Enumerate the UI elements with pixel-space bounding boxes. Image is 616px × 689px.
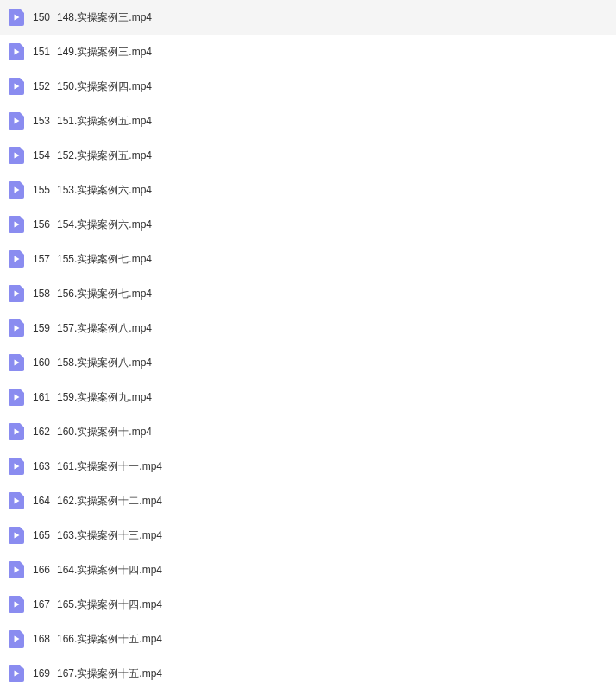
video-file-icon [9, 216, 24, 233]
file-row[interactable]: 169167.实操案例十五.mp4 [0, 656, 616, 689]
file-name: 162.实操案例十二.mp4 [57, 494, 162, 509]
file-row[interactable]: 160158.实操案例八.mp4 [0, 345, 616, 380]
file-index: 156 [33, 218, 53, 231]
file-row[interactable]: 156154.实操案例六.mp4 [0, 207, 616, 242]
file-row[interactable]: 154152.实操案例五.mp4 [0, 138, 616, 173]
file-row[interactable]: 162160.实操案例十.mp4 [0, 414, 616, 449]
file-name: 155.实操案例七.mp4 [57, 252, 152, 267]
video-file-icon [9, 561, 24, 578]
file-row[interactable]: 157155.实操案例七.mp4 [0, 242, 616, 276]
file-index: 159 [33, 322, 53, 334]
file-index: 150 [33, 11, 53, 23]
video-file-icon [9, 596, 24, 613]
file-name: 157.实操案例八.mp4 [57, 321, 152, 336]
file-index: 157 [33, 253, 53, 265]
file-name: 148.实操案例三.mp4 [57, 10, 152, 25]
file-index: 167 [33, 598, 53, 610]
video-file-icon [9, 285, 24, 302]
file-row[interactable]: 168166.实操案例十五.mp4 [0, 622, 616, 656]
file-name: 154.实操案例六.mp4 [57, 218, 152, 232]
file-row[interactable]: 151149.实操案例三.mp4 [0, 35, 616, 69]
file-index: 153 [33, 115, 53, 127]
file-index: 154 [33, 149, 53, 161]
video-file-icon [9, 181, 24, 199]
file-index: 163 [33, 460, 53, 472]
video-file-icon [9, 250, 24, 268]
video-file-icon [9, 354, 24, 371]
file-name: 167.实操案例十五.mp4 [57, 667, 162, 681]
file-name: 159.实操案例九.mp4 [57, 390, 152, 405]
file-row[interactable]: 161159.实操案例九.mp4 [0, 380, 616, 414]
video-file-icon [9, 9, 24, 26]
file-index: 160 [33, 357, 53, 369]
file-name: 151.实操案例五.mp4 [57, 114, 152, 129]
file-name: 165.实操案例十四.mp4 [57, 597, 162, 612]
file-row[interactable]: 150148.实操案例三.mp4 [0, 0, 616, 35]
file-name: 164.实操案例十四.mp4 [57, 563, 162, 578]
file-index: 164 [33, 495, 53, 507]
file-name: 152.实操案例五.mp4 [57, 149, 152, 163]
video-file-icon [9, 458, 24, 475]
video-file-icon [9, 112, 24, 130]
file-row[interactable]: 153151.实操案例五.mp4 [0, 104, 616, 138]
video-file-icon [9, 423, 24, 440]
file-row[interactable]: 152150.实操案例四.mp4 [0, 69, 616, 104]
video-file-icon [9, 147, 24, 164]
video-file-icon [9, 527, 24, 544]
file-name: 158.实操案例八.mp4 [57, 356, 152, 370]
file-index: 169 [33, 667, 53, 680]
video-file-icon [9, 43, 24, 60]
file-index: 151 [33, 46, 53, 58]
file-index: 161 [33, 391, 53, 403]
file-name: 153.实操案例六.mp4 [57, 183, 152, 198]
file-row[interactable]: 164162.实操案例十二.mp4 [0, 484, 616, 518]
file-index: 162 [33, 426, 53, 438]
video-file-icon [9, 319, 24, 337]
file-row[interactable]: 166164.实操案例十四.mp4 [0, 553, 616, 587]
file-name: 163.实操案例十三.mp4 [57, 528, 162, 543]
video-file-icon [9, 665, 24, 682]
file-name: 150.实操案例四.mp4 [57, 79, 152, 94]
file-index: 168 [33, 633, 53, 645]
video-file-icon [9, 389, 24, 406]
file-index: 155 [33, 184, 53, 196]
file-row[interactable]: 167165.实操案例十四.mp4 [0, 587, 616, 622]
file-row[interactable]: 159157.实操案例八.mp4 [0, 311, 616, 345]
file-row[interactable]: 165163.实操案例十三.mp4 [0, 518, 616, 553]
video-file-icon [9, 78, 24, 95]
file-name: 166.实操案例十五.mp4 [57, 632, 162, 647]
file-index: 158 [33, 288, 53, 300]
video-file-icon [9, 492, 24, 509]
file-row[interactable]: 158156.实操案例七.mp4 [0, 276, 616, 311]
file-list: 150148.实操案例三.mp4 151149.实操案例三.mp4 152150… [0, 0, 616, 689]
file-name: 160.实操案例十.mp4 [57, 425, 152, 439]
video-file-icon [9, 630, 24, 648]
file-index: 152 [33, 80, 53, 92]
file-row[interactable]: 163161.实操案例十一.mp4 [0, 449, 616, 484]
file-name: 149.实操案例三.mp4 [57, 45, 152, 60]
file-index: 166 [33, 564, 53, 576]
file-index: 165 [33, 529, 53, 541]
file-name: 156.实操案例七.mp4 [57, 287, 152, 301]
file-row[interactable]: 155153.实操案例六.mp4 [0, 173, 616, 207]
file-name: 161.实操案例十一.mp4 [57, 459, 162, 474]
